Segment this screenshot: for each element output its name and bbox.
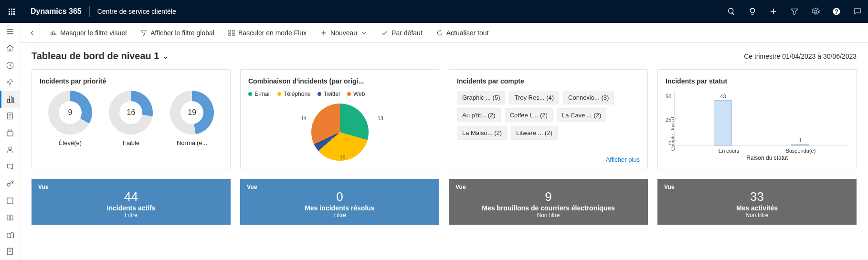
account-tag[interactable]: Graphic ... (5) — [457, 91, 505, 104]
stream-tile[interactable]: Vue 9 Mes brouillons de courriers électr… — [449, 179, 648, 225]
settings-button[interactable] — [805, 0, 826, 23]
social-icon[interactable] — [0, 158, 20, 176]
svg-rect-2 — [7, 131, 13, 136]
dashboards-icon[interactable] — [0, 91, 20, 108]
svg-rect-12 — [233, 33, 234, 35]
svg-rect-10 — [229, 33, 231, 35]
search-button[interactable] — [721, 0, 742, 23]
waffle-icon — [9, 9, 15, 15]
donut-label: Faible — [123, 139, 139, 146]
filter-button[interactable] — [784, 0, 805, 23]
card-incidents-account: Incidents par compte Graphic ... (5)Trey… — [449, 69, 648, 169]
contacts-icon[interactable] — [0, 142, 20, 159]
legend-twitter[interactable]: Twitter — [318, 91, 340, 97]
new-button[interactable]: Nouveau — [314, 23, 373, 42]
donut-faible[interactable]: 16 — [109, 91, 153, 135]
card-title: Incidents par priorité — [40, 77, 222, 85]
cmd-label: Afficher le filtre global — [150, 29, 214, 37]
donut-value: 19 — [170, 91, 214, 135]
tile-label: Incidents actifs — [38, 204, 224, 212]
account-tag[interactable]: Trey Res... (4) — [509, 91, 559, 104]
stream-tile[interactable]: Vue 44 Incidents actifs Filtré — [32, 179, 231, 225]
queues-icon[interactable] — [0, 226, 20, 243]
refresh-all-button[interactable]: Actualiser tout — [430, 23, 495, 42]
page-title: Tableau de bord de niveau 1 — [32, 51, 159, 62]
account-tag[interactable]: Connexio... (3) — [563, 91, 614, 104]
reports-icon[interactable] — [0, 243, 20, 260]
account-tag[interactable]: La Cave ... (2) — [557, 108, 606, 122]
donut-eleve[interactable]: 9 — [48, 91, 92, 135]
tile-sub: Filtré — [247, 212, 433, 218]
app-launcher-button[interactable] — [0, 0, 23, 23]
switch-flow-button[interactable]: Basculer en mode Flux — [222, 23, 312, 42]
hamburger-button[interactable] — [0, 23, 20, 40]
donut-normal[interactable]: 19 — [170, 91, 214, 135]
tile-label: Mes brouillons de courriers électronique… — [455, 204, 641, 212]
account-tag[interactable]: La Maiso... (2) — [457, 126, 507, 140]
cmd-label: Par défaut — [392, 29, 423, 37]
svg-point-5 — [7, 184, 10, 187]
back-button[interactable] — [24, 23, 40, 42]
svg-point-4 — [9, 147, 11, 150]
knowledge-icon[interactable] — [0, 209, 20, 227]
svg-rect-3 — [9, 130, 11, 131]
svg-rect-11 — [233, 30, 234, 32]
slice-label-email: 13 — [378, 115, 383, 121]
accounts-icon[interactable] — [0, 125, 20, 142]
brand-label: Dynamics 365 — [23, 7, 89, 16]
pinned-icon[interactable] — [0, 74, 20, 91]
tile-value: 44 — [38, 189, 224, 204]
account-tag[interactable]: Litware ... (2) — [511, 126, 558, 140]
show-global-filter-button[interactable]: Afficher le filtre global — [134, 23, 220, 42]
key-icon[interactable] — [0, 176, 20, 193]
chevron-down-icon: ⌄ — [163, 52, 169, 60]
legend-telephone[interactable]: Téléphone — [277, 91, 311, 97]
assistant-button[interactable] — [742, 0, 763, 23]
tile-sub: Non filtré — [664, 212, 850, 218]
tile-value: 33 — [664, 189, 850, 204]
legend-web[interactable]: Web — [347, 91, 365, 97]
account-tag[interactable]: Coffee L... (2) — [505, 108, 553, 122]
help-button[interactable] — [826, 0, 847, 23]
add-button[interactable] — [763, 0, 784, 23]
activities-icon[interactable] — [0, 108, 20, 125]
app-name-label: Centre de service clientèle — [90, 8, 184, 15]
chat-button[interactable] — [847, 0, 868, 23]
cases-icon[interactable] — [0, 192, 20, 209]
account-tag[interactable]: Au p'tit... (2) — [457, 108, 501, 122]
time-range-label: Ce trimestre 01/04/2023 à 30/06/2023 — [744, 52, 857, 60]
stream-tile[interactable]: Vue 33 Mes activités Non filtré — [657, 179, 857, 225]
card-incidents-status: Incidents par statut Compte : tous (I...… — [657, 69, 857, 169]
page-title-dropdown[interactable]: Tableau de bord de niveau 1 ⌄ — [32, 51, 169, 62]
slice-label-web: 14 — [301, 115, 307, 121]
tile-sub: Non filtré — [455, 212, 641, 218]
slice-label-phone: 15 — [340, 155, 346, 160]
recent-icon[interactable] — [0, 57, 20, 74]
show-more-link[interactable]: Afficher plus — [606, 156, 640, 163]
hide-visual-filter-button[interactable]: Masquer le filtre visuel — [44, 23, 132, 42]
cmd-label: Nouveau — [330, 29, 357, 37]
tile-value: 0 — [247, 189, 433, 204]
x-label: En cours — [719, 148, 739, 154]
legend-email[interactable]: E-mail — [248, 91, 271, 97]
cmd-label: Actualiser tout — [446, 29, 489, 37]
x-label: Suspendu(e) — [785, 148, 815, 154]
donut-value: 16 — [109, 91, 153, 135]
tile-label: Mes incidents résolus — [247, 204, 433, 212]
x-axis-label: Raison du statut — [686, 155, 848, 161]
tile-value: 9 — [455, 189, 641, 204]
home-icon[interactable] — [0, 40, 20, 57]
pie-chart[interactable] — [311, 104, 369, 161]
card-incidents-combo: Combinaison d'incidents (par origi... E-… — [240, 69, 439, 169]
default-button[interactable]: Par défaut — [375, 23, 428, 42]
donut-value: 9 — [48, 91, 92, 135]
svg-rect-6 — [7, 198, 13, 204]
tile-sub: Filtré — [38, 212, 224, 218]
cmd-label: Masquer le filtre visuel — [60, 29, 127, 37]
donut-label: Normal(e... — [177, 139, 207, 146]
card-incidents-priority: Incidents par priorité 9 Élevé(e) 16 Fai… — [32, 69, 231, 169]
stream-tile[interactable]: Vue 0 Mes incidents résolus Filtré — [240, 179, 439, 225]
card-title: Incidents par compte — [457, 77, 640, 85]
bar-en-cours[interactable]: 43 — [714, 94, 732, 146]
bar-suspendu[interactable]: 1 — [791, 137, 809, 146]
